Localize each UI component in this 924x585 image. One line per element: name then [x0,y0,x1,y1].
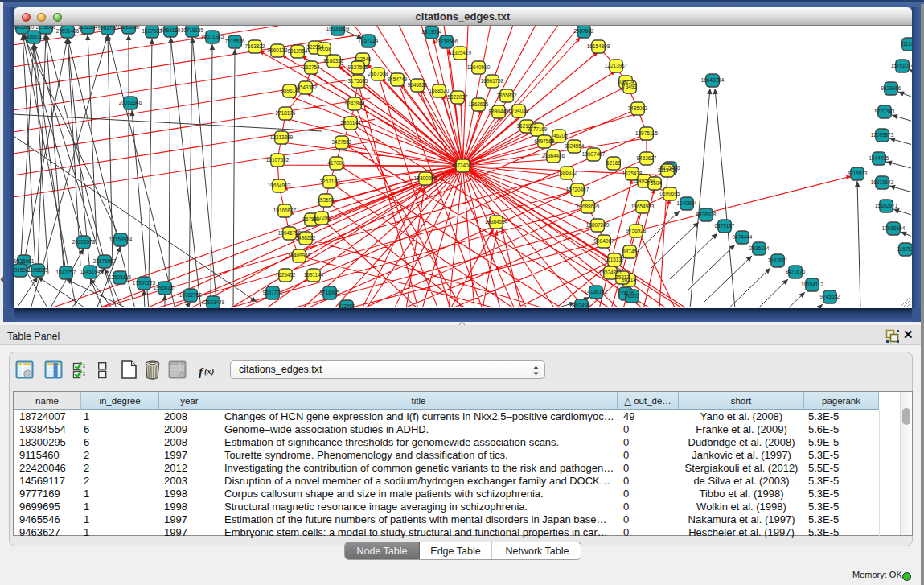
svg-text:13640910: 13640910 [467,64,491,70]
svg-text:2367608: 2367608 [368,71,388,76]
svg-text:9716485: 9716485 [320,290,340,295]
svg-text:75604: 75604 [647,180,662,186]
svg-text:3215933: 3215933 [848,171,868,176]
svg-text:12093873: 12093873 [871,132,894,138]
svg-text:11325419: 11325419 [449,50,471,56]
svg-text:7357224: 7357224 [359,38,379,43]
svg-text:1691144: 1691144 [304,272,324,278]
svg-text:9657771: 9657771 [263,290,283,295]
svg-text:3824554: 3824554 [565,143,585,149]
svg-text:62160: 62160 [606,160,621,166]
svg-text:18724007: 18724007 [451,163,474,168]
svg-text:9777169: 9777169 [528,126,548,132]
svg-text:20364436: 20364436 [542,153,565,159]
svg-text:18300295: 18300295 [414,175,437,181]
svg-text:3267130: 3267130 [320,179,340,184]
svg-text:96605: 96605 [625,293,639,299]
svg-text:15751074: 15751074 [891,63,912,68]
svg-text:417206: 417206 [313,215,331,220]
svg-text:9227343: 9227343 [875,109,895,114]
svg-text:19654923: 19654923 [631,204,655,209]
svg-text:18807249: 18807249 [586,222,610,228]
svg-text:3498222: 3498222 [296,235,316,241]
svg-text:3113400: 3113400 [658,167,678,173]
svg-text:2087662: 2087662 [574,28,594,34]
svg-text:12213389: 12213389 [270,134,294,140]
svg-text:9474444: 9474444 [733,234,753,240]
svg-text:8813054: 8813054 [422,29,442,35]
svg-text:1640954: 1640954 [677,200,697,206]
svg-text:7663822: 7663822 [245,43,265,49]
svg-text:1615137: 1615137 [605,257,625,262]
svg-text:8471676: 8471676 [786,269,806,274]
svg-text:16648784: 16648784 [701,77,725,83]
svg-text:9660123: 9660123 [268,47,288,53]
svg-text:8938928: 8938928 [696,212,717,217]
svg-text:8454749: 8454749 [388,76,408,82]
svg-text:1244415: 1244415 [869,155,889,161]
svg-text:16154808: 16154808 [587,43,610,49]
svg-text:2718176: 2718176 [276,110,296,116]
svg-text:2935114: 2935114 [749,245,770,251]
svg-text:8990448: 8990448 [489,109,509,114]
svg-text:15409948: 15409948 [288,253,311,258]
svg-text:8186328: 8186328 [324,58,344,64]
svg-text:(x): (x) [204,367,214,377]
svg-text:98746: 98746 [622,249,637,254]
svg-text:2803144: 2803144 [341,120,361,126]
svg-text:7485063: 7485063 [628,105,648,111]
svg-text:9327508: 9327508 [348,64,368,70]
svg-text:6794028: 6794028 [509,108,529,113]
svg-text:15692971: 15692971 [875,203,898,208]
svg-text:16107552: 16107552 [266,157,290,163]
svg-text:7632621: 7632621 [768,257,788,263]
svg-text:10688609: 10688609 [577,204,600,209]
svg-text:111243: 111243 [901,41,912,47]
svg-text:16961758: 16961758 [481,78,504,84]
svg-text:9329966: 9329966 [881,85,901,91]
svg-text:9146821: 9146821 [408,82,428,88]
svg-text:746206: 746206 [550,133,568,138]
svg-text:19166827: 19166827 [273,208,297,213]
svg-text:9245652: 9245652 [820,294,840,299]
svg-text:153594: 153594 [317,197,335,203]
svg-text:9084067: 9084067 [594,238,614,244]
svg-text:96058: 96058 [317,46,331,51]
svg-text:0699695: 0699695 [660,191,680,196]
svg-text:132546: 132546 [354,56,372,62]
svg-text:3175685: 3175685 [348,78,368,84]
svg-text:7515526: 7515526 [225,39,245,44]
svg-text:f: f [199,365,204,378]
svg-text:8912954: 8912954 [288,48,308,54]
svg-text:9463627: 9463627 [637,155,657,161]
svg-text:7625402: 7625402 [276,272,296,278]
svg-text:16210643: 16210643 [871,179,894,185]
svg-text:1025438: 1025438 [622,171,643,176]
svg-text:12975115: 12975115 [635,130,658,136]
svg-text:989614: 989614 [281,88,298,93]
svg-text:19654983: 19654983 [268,183,291,188]
svg-text:6497568: 6497568 [535,138,555,144]
svg-text:162754: 162754 [302,64,320,70]
svg-text:1362615: 1362615 [469,101,489,107]
svg-text:12213967: 12213967 [605,63,628,68]
svg-text:9756928: 9756928 [626,228,647,233]
svg-text:6879197: 6879197 [715,223,735,229]
svg-text:116753: 116753 [897,246,912,252]
svg-text:10654112: 10654112 [801,282,823,287]
svg-text:16033809: 16033809 [326,26,350,31]
svg-text:19218506: 19218506 [435,39,458,44]
svg-text:1588520: 1588520 [429,88,450,93]
svg-text:3427552: 3427552 [332,139,352,145]
svg-text:9242848: 9242848 [345,101,365,106]
svg-text:14136141: 14136141 [585,289,608,295]
svg-text:5322037: 5322037 [448,94,468,100]
svg-text:25213: 25213 [615,274,630,280]
svg-text:19384554: 19384554 [485,219,508,225]
svg-text:7386372: 7386372 [557,170,577,175]
svg-text:17016504: 17016504 [882,225,906,231]
svg-text:992450: 992450 [573,303,590,308]
svg-text:417006: 417006 [327,160,345,166]
svg-text:10607487: 10607487 [582,151,606,157]
svg-text:15720407: 15720407 [566,187,589,192]
